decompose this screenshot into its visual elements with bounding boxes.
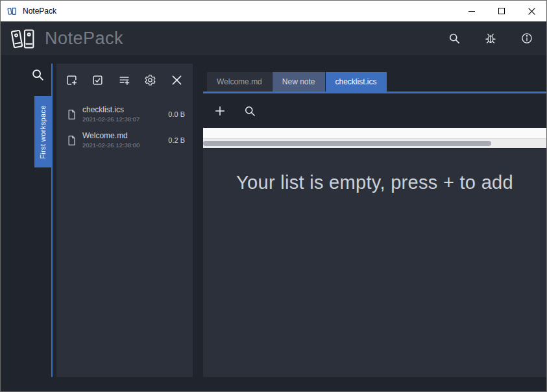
close-button[interactable] [517,1,546,21]
new-checklist-icon[interactable] [91,74,104,86]
add-note-icon[interactable] [118,74,130,86]
app-window: NotePack NotePack [0,0,547,392]
checklist-toolbar [203,93,546,128]
horizontal-scrollbar[interactable] [203,139,546,148]
plus-icon[interactable] [213,104,226,117]
notepack-logo-icon [10,26,38,51]
titlebar: NotePack [1,1,546,21]
window-title: NotePack [23,6,56,16]
tab-welcome-md[interactable]: Welcome.md [207,72,272,92]
minimize-icon [468,11,475,12]
scrollbar-thumb[interactable] [203,141,491,146]
list-header [203,128,546,139]
checklist-content: Your list is empty, press + to add [203,149,546,377]
file-panel: checklist.ics 2021-02-26 12:38:07 0.0 B … [56,64,193,377]
editor-area: Welcome.md New note checklist.ics [203,64,546,377]
file-toolbar [56,64,193,96]
search-icon[interactable] [448,32,461,45]
window-controls [457,1,546,21]
file-date: 2021-02-26 12:38:07 [82,115,162,123]
app-header-actions [448,32,533,45]
file-list: checklist.ics 2021-02-26 12:38:07 0.0 B … [56,96,193,377]
close-panel-icon[interactable] [170,73,184,87]
new-file-icon[interactable] [66,74,78,86]
file-meta: Welcome.md 2021-02-26 12:38:00 [82,131,162,149]
workspace-tab[interactable]: First workspace [34,96,51,167]
workspace-search-button[interactable] [29,67,46,84]
workspace-divider [51,64,53,377]
empty-list-message: Your list is empty, press + to add [203,172,546,193]
document-icon [67,109,77,120]
app-header-left: NotePack [10,26,123,51]
close-icon [528,8,535,15]
tab-checklist-ics[interactable]: checklist.ics [326,72,387,92]
list-header-strip [203,128,546,149]
maximize-icon [498,8,505,14]
maximize-button[interactable] [487,1,517,21]
tab-new-note[interactable]: New note [273,72,325,92]
bug-icon[interactable] [484,32,497,45]
document-icon [67,135,77,146]
app-body: First workspace [1,55,546,392]
tab-bar: Welcome.md New note checklist.ics [203,64,546,92]
file-size: 0.2 B [168,136,185,144]
search-icon[interactable] [243,104,256,117]
file-size: 0.0 B [168,110,185,118]
app-icon [7,6,18,16]
titlebar-left: NotePack [1,6,56,16]
file-name: Welcome.md [82,131,162,141]
file-row-welcome[interactable]: Welcome.md 2021-02-26 12:38:00 0.2 B [56,127,193,153]
file-name: checklist.ics [82,105,162,115]
file-meta: checklist.ics 2021-02-26 12:38:07 [82,105,162,123]
minimize-button[interactable] [457,1,487,21]
info-icon[interactable] [520,32,533,45]
file-row-checklist[interactable]: checklist.ics 2021-02-26 12:38:07 0.0 B [56,101,193,127]
app-header: NotePack [1,21,546,55]
app-name: NotePack [45,29,123,49]
settings-gear-icon[interactable] [144,74,156,86]
file-date: 2021-02-26 12:38:00 [82,141,162,149]
search-icon [30,67,45,82]
